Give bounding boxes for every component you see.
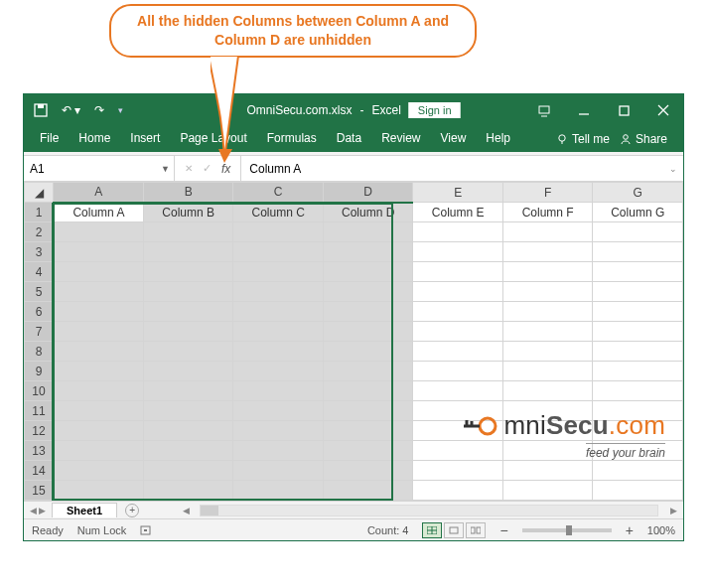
qat-dropdown-icon[interactable]: ▾ — [118, 105, 123, 115]
cell[interactable] — [413, 421, 503, 441]
cell[interactable] — [502, 461, 593, 481]
cell[interactable] — [143, 421, 233, 441]
expand-formula-icon[interactable]: ⌄ — [669, 164, 677, 174]
cell[interactable] — [233, 302, 324, 322]
col-header-g[interactable]: G — [593, 183, 683, 203]
cell[interactable] — [593, 362, 683, 381]
tab-formulas[interactable]: Formulas — [257, 126, 327, 152]
cell[interactable] — [233, 381, 324, 401]
cell[interactable] — [502, 242, 593, 262]
tab-insert[interactable]: Insert — [120, 126, 170, 152]
cell[interactable] — [233, 461, 324, 481]
cell[interactable] — [502, 342, 593, 362]
cell[interactable] — [413, 282, 503, 302]
tab-help[interactable]: Help — [476, 126, 520, 152]
cell[interactable] — [593, 381, 683, 401]
tab-view[interactable]: View — [431, 126, 477, 152]
cell[interactable] — [143, 242, 233, 262]
cell[interactable] — [413, 302, 503, 322]
cell[interactable] — [502, 362, 593, 381]
cell[interactable]: Column B — [143, 203, 233, 222]
select-all-corner[interactable]: ◢ — [25, 183, 54, 203]
zoom-slider[interactable] — [522, 528, 612, 532]
cell[interactable] — [233, 401, 324, 421]
row-header[interactable]: 2 — [25, 222, 54, 242]
share-button[interactable]: Share — [620, 132, 667, 146]
sign-in-button[interactable]: Sign in — [409, 102, 461, 118]
cell[interactable] — [413, 441, 503, 461]
cell[interactable] — [143, 441, 233, 461]
row-header[interactable]: 5 — [25, 282, 54, 302]
cell[interactable] — [323, 302, 413, 322]
cell[interactable] — [502, 381, 593, 401]
cell[interactable] — [593, 342, 683, 362]
name-box[interactable]: A1 ▼ — [24, 156, 175, 181]
col-header-c[interactable]: C — [233, 183, 324, 203]
row-header[interactable]: 15 — [25, 481, 54, 501]
cell[interactable]: Column E — [413, 203, 503, 222]
row-header[interactable]: 4 — [25, 262, 54, 282]
cell[interactable] — [593, 461, 683, 481]
cell[interactable] — [233, 222, 324, 242]
cell[interactable] — [54, 282, 144, 302]
macro-record-icon[interactable] — [140, 524, 154, 536]
add-sheet-button[interactable]: + — [125, 504, 139, 517]
redo-icon[interactable]: ↷ — [94, 103, 104, 117]
cell[interactable] — [143, 342, 233, 362]
cell[interactable] — [323, 381, 413, 401]
tab-review[interactable]: Review — [371, 126, 430, 152]
row-header[interactable]: 12 — [25, 421, 54, 441]
minimize-button[interactable] — [564, 94, 604, 126]
row-header[interactable]: 6 — [25, 302, 54, 322]
cell[interactable] — [323, 401, 413, 421]
cell[interactable] — [323, 461, 413, 481]
cell[interactable] — [233, 242, 324, 262]
cell[interactable] — [323, 421, 413, 441]
col-header-d[interactable]: D — [323, 183, 413, 203]
cell[interactable] — [54, 342, 144, 362]
cell[interactable] — [233, 322, 324, 342]
view-page-layout-button[interactable] — [444, 522, 464, 538]
cancel-formula-icon[interactable]: ✕ — [185, 163, 193, 174]
zoom-in-button[interactable]: + — [626, 522, 634, 538]
hscroll-right-icon[interactable]: ▶ — [664, 506, 683, 515]
col-header-f[interactable]: F — [502, 183, 593, 203]
cell[interactable] — [413, 222, 503, 242]
cell[interactable] — [413, 461, 503, 481]
spreadsheet-grid[interactable]: ◢ A B C D E F G 1Column AColumn BColumn … — [24, 182, 683, 501]
cell[interactable] — [323, 481, 413, 501]
cell[interactable]: Column G — [593, 203, 683, 222]
cell[interactable] — [323, 262, 413, 282]
cell[interactable] — [502, 441, 593, 461]
tab-data[interactable]: Data — [327, 126, 371, 152]
formula-input[interactable]: Column A ⌄ — [241, 156, 683, 181]
cell[interactable] — [413, 401, 503, 421]
cell[interactable] — [413, 322, 503, 342]
cell[interactable] — [54, 222, 144, 242]
view-page-break-button[interactable] — [466, 522, 486, 538]
cell[interactable] — [502, 302, 593, 322]
cell[interactable] — [143, 302, 233, 322]
cell[interactable] — [593, 282, 683, 302]
cell[interactable] — [593, 302, 683, 322]
cell[interactable] — [502, 262, 593, 282]
maximize-button[interactable] — [604, 94, 643, 126]
cell[interactable] — [143, 222, 233, 242]
cell[interactable] — [143, 282, 233, 302]
cell[interactable] — [413, 342, 503, 362]
sheet-tab-1[interactable]: Sheet1 — [52, 503, 117, 517]
cell[interactable] — [413, 481, 503, 501]
row-header[interactable]: 10 — [25, 381, 54, 401]
row-header[interactable]: 11 — [25, 401, 54, 421]
row-header[interactable]: 9 — [25, 362, 54, 381]
cell[interactable] — [593, 262, 683, 282]
cell[interactable] — [143, 262, 233, 282]
ribbon-options-button[interactable] — [524, 94, 564, 126]
chevron-down-icon[interactable]: ▼ — [161, 164, 170, 174]
cell[interactable] — [54, 262, 144, 282]
cell[interactable] — [233, 441, 324, 461]
tab-file[interactable]: File — [30, 126, 69, 152]
cell[interactable] — [143, 362, 233, 381]
cell[interactable] — [502, 481, 593, 501]
cell[interactable] — [54, 242, 144, 262]
